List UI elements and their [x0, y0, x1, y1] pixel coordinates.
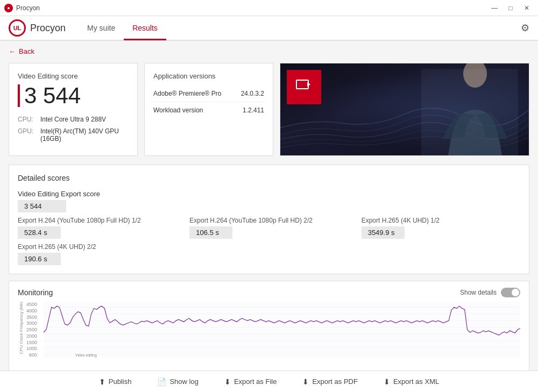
close-button[interactable]: ✕	[520, 3, 534, 13]
svg-text:Video editing: Video editing	[75, 353, 97, 358]
titlebar-title: Procyon	[16, 4, 40, 12]
gpu-row: GPU: Intel(R) Arc(TM) 140V GPU (16GB)	[18, 127, 129, 142]
maximize-button[interactable]: □	[504, 3, 518, 13]
h265-2-value: 190.6 s	[18, 253, 61, 265]
score-item-h265-2: Export H.265 (4K UHD) 2/2 190.6 s	[18, 243, 176, 265]
av-name-0: Adobe® Premiere® Pro	[153, 90, 221, 97]
h265-1-label: Export H.265 (4K UHD) 1/2	[362, 217, 520, 224]
back-button[interactable]: ← Back	[9, 47, 529, 55]
h265-1-value: 3549.9 s	[362, 226, 405, 239]
logo-circle: UL	[9, 19, 26, 37]
score-item-h264-1	[189, 190, 348, 212]
navbar-left: UL Procyon My suite Results	[9, 16, 166, 40]
av-val-1: 1.2.411	[243, 106, 264, 114]
score-value: 3 544	[18, 84, 129, 107]
navbar: UL Procyon My suite Results ⚙	[0, 16, 538, 41]
publish-icon: ⬆	[99, 377, 105, 386]
h264-22-label: Export H.264 (YouTube 1080p Full HD) 2/2	[189, 217, 348, 224]
export-pdf-icon: ⬇	[302, 377, 309, 386]
av-row-0: Adobe® Premiere® Pro 24.0.3.2	[153, 85, 264, 102]
cpu-row: CPU: Intel Core Ultra 9 288V	[18, 116, 129, 123]
av-val-0: 24.0.3.2	[241, 90, 264, 97]
score-item-h265-1: Export H.265 (4K UHD) 1/2 3549.9 s	[362, 217, 520, 239]
gpu-label: GPU:	[18, 127, 36, 135]
app-versions-panel: Application versions Adobe® Premiere® Pr…	[144, 63, 273, 156]
app-versions-title: Application versions	[153, 72, 264, 80]
bottom-bar: ⬆ Publish 📄 Show log ⬇ Export as File ⬇ …	[0, 370, 538, 392]
show-details-toggle[interactable]	[501, 288, 520, 297]
export-file-button[interactable]: ⬇ Export as File	[220, 375, 281, 388]
hero-image	[280, 63, 529, 156]
cpu-value: Intel Core Ultra 9 288V	[40, 116, 106, 123]
y-axis-label-container: CPU Clock Frequency (MHz)	[18, 302, 24, 358]
score-label: Video Editing score	[18, 72, 129, 80]
logo-text: UL	[13, 25, 22, 31]
score-details: CPU: Intel Core Ultra 9 288V GPU: Intel(…	[18, 116, 129, 142]
app-logo: UL Procyon	[9, 19, 66, 37]
titlebar: ● Procyon — □ ✕	[0, 0, 538, 16]
app-icon: ●	[4, 4, 13, 12]
export-pdf-label: Export as PDF	[312, 377, 358, 386]
publish-button[interactable]: ⬆ Publish	[95, 375, 136, 388]
score-item-h264-22: Export H.264 (YouTube 1080p Full HD) 2/2…	[189, 217, 348, 239]
h264-11-value: 528.4 s	[18, 226, 61, 239]
titlebar-controls: — □ ✕	[487, 3, 534, 13]
detailed-scores-section: Detailed scores Video Editing Export sco…	[9, 165, 529, 274]
h265-2-label: Export H.265 (4K UHD) 2/2	[18, 243, 176, 251]
back-label: Back	[19, 47, 34, 55]
svg-rect-12	[44, 302, 520, 358]
score-item-export: Video Editing Export score 3 544	[18, 190, 176, 212]
export-score-label: Video Editing Export score	[18, 190, 176, 198]
scores-grid: Video Editing Export score 3 544 Export …	[18, 190, 520, 265]
monitoring-title: Monitoring	[18, 288, 53, 297]
export-pdf-button[interactable]: ⬇ Export as PDF	[298, 375, 362, 388]
export-xml-icon: ⬇	[384, 377, 390, 386]
score-item-h264-11: Export H.264 (YouTube 1080p Full HD) 1/2…	[18, 217, 176, 239]
tab-my-suite[interactable]: My suite	[79, 17, 124, 40]
cpu-label: CPU:	[18, 116, 36, 123]
show-log-icon: 📄	[157, 377, 166, 386]
export-file-label: Export as File	[234, 377, 277, 386]
show-details-label: Show details	[460, 289, 497, 296]
export-score-value: 3 544	[18, 200, 66, 212]
show-details-control: Show details	[460, 288, 520, 297]
settings-icon[interactable]: ⚙	[521, 22, 529, 34]
app-name: Procyon	[30, 23, 66, 34]
gpu-value: Intel(R) Arc(TM) 140V GPU (16GB)	[40, 127, 129, 142]
y-axis-label: CPU Clock Frequency (MHz)	[19, 305, 24, 354]
toggle-knob	[512, 289, 519, 296]
chart-area: 4500 4000 3500 3000 2500 2000 1500 1000 …	[18, 302, 520, 366]
score-item-h264-2	[362, 190, 520, 212]
main-content: ← Back Video Editing score 3 544 CPU: In…	[0, 41, 538, 370]
publish-label: Publish	[109, 377, 132, 386]
export-file-icon: ⬇	[224, 377, 231, 386]
av-name-1: Workload version	[153, 106, 203, 114]
export-xml-button[interactable]: ⬇ Export as XML	[379, 375, 443, 388]
av-row-1: Workload version 1.2.411	[153, 102, 264, 118]
monitoring-section: Monitoring Show details 4500 4000 3500 3…	[9, 281, 529, 370]
export-xml-label: Export as XML	[393, 377, 439, 386]
detailed-scores-title: Detailed scores	[18, 174, 520, 182]
titlebar-left: ● Procyon	[4, 4, 40, 12]
top-section: Video Editing score 3 544 CPU: Intel Cor…	[9, 63, 529, 156]
h264-11-label: Export H.264 (YouTube 1080p Full HD) 1/2	[18, 217, 176, 224]
show-log-label: Show log	[169, 377, 198, 386]
h264-22-value: 106.5 s	[189, 226, 232, 239]
nav-tabs: My suite Results	[79, 16, 166, 40]
score-panel: Video Editing score 3 544 CPU: Intel Cor…	[9, 63, 138, 156]
svg-point-3	[463, 63, 487, 88]
monitoring-header: Monitoring Show details	[18, 288, 520, 297]
minimize-button[interactable]: —	[487, 3, 501, 13]
chart-svg-area: Video editing	[44, 302, 520, 358]
hero-image-inner	[280, 63, 529, 155]
show-log-button[interactable]: 📄 Show log	[153, 375, 202, 388]
tab-results[interactable]: Results	[124, 17, 166, 40]
back-arrow-icon: ←	[9, 47, 16, 55]
